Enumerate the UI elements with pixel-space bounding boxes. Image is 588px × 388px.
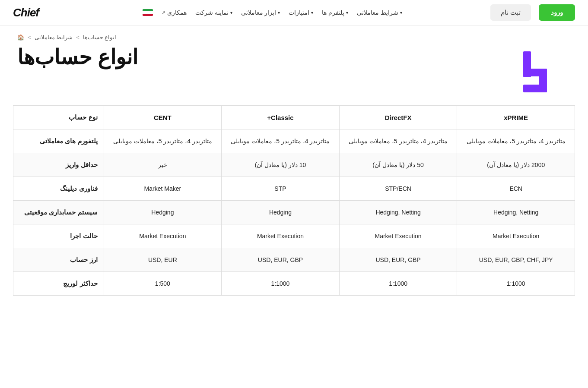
- table-row: Market ExecutionMarket ExecutionMarket E…: [13, 224, 575, 248]
- col-header-classicplus: Classic+: [222, 106, 340, 129]
- table-row: 2000 دلار (یا معادل آن)50 دلار (یا معادل…: [13, 153, 575, 177]
- cell-cent-4: Market Execution: [104, 224, 222, 248]
- page-title: انواع حساب‌ها: [17, 45, 138, 69]
- cell-label-2: فناوری دیلینگ: [13, 177, 104, 201]
- header-buttons: ورود ثبت نام: [490, 4, 575, 21]
- cell-cent-2: Market Maker: [104, 177, 222, 201]
- nav-platforms[interactable]: ▾ پلتفرم ها: [322, 9, 348, 16]
- cell-directfx-3: Hedging, Netting: [339, 201, 457, 224]
- breadcrumb-current: انواع حساب‌ها: [83, 34, 117, 41]
- logo-text: Chief: [13, 6, 39, 19]
- logo-icon: x: [39, 5, 54, 20]
- cell-xprime-1: 2000 دلار (یا معادل آن): [457, 153, 575, 177]
- login-button[interactable]: ورود: [539, 4, 575, 21]
- page-title-section: انواع حساب‌ها: [17, 45, 138, 69]
- cell-directfx-6: 1:1000: [339, 272, 457, 296]
- arrow-icon: ↗: [162, 10, 165, 16]
- svg-rect-4: [523, 85, 547, 92]
- table-row: ECNSTP/ECNSTPMarket Makerفناوری دیلینگ: [13, 177, 575, 201]
- table-row: USD, EUR, GBP, CHF, JPYUSD, EUR, GBPUSD,…: [13, 248, 575, 272]
- register-button[interactable]: ثبت نام: [490, 4, 531, 21]
- nav-cooperation[interactable]: همکاری ↗: [162, 9, 187, 16]
- brand-logo-svg: [515, 45, 571, 101]
- breadcrumb-link-trading[interactable]: شرایط معاملاتی: [35, 34, 73, 41]
- language-flag-icon[interactable]: [143, 9, 153, 16]
- cell-cent-6: 1:500: [104, 272, 222, 296]
- breadcrumb-home[interactable]: 🏠: [17, 34, 24, 41]
- cell-label-4: حالت اجرا: [13, 224, 104, 248]
- brand-logo-container: [515, 45, 571, 101]
- col-header-xprime: xPRIME: [457, 106, 575, 129]
- cell-classicplus-3: Hedging: [222, 201, 340, 224]
- site-logo: x Chief: [13, 5, 54, 20]
- cell-directfx-0: متاتریدر 4، متاتریدر 5، معاملات موبایلی: [339, 129, 457, 153]
- cell-cent-3: Hedging: [104, 201, 222, 224]
- nav-tools[interactable]: ▾ ابزار معاملاتی: [241, 9, 280, 16]
- chevron-down-icon: ▾: [346, 10, 348, 15]
- cell-classicplus-1: 10 دلار (یا معادل آن): [222, 153, 340, 177]
- cell-cent-1: خیر: [104, 153, 222, 177]
- table-row: متاتریدر 4، متاتریدر 5، معاملات موبایلیم…: [13, 129, 575, 153]
- cell-xprime-4: Market Execution: [457, 224, 575, 248]
- cell-label-3: سیستم حسابداری موقعیتی: [13, 201, 104, 224]
- breadcrumb-divider2: >: [76, 34, 79, 41]
- breadcrumb-divider1: >: [28, 34, 31, 41]
- cell-label-5: ارز حساب: [13, 248, 104, 272]
- cell-label-0: پلتفورم های معاملاتی: [13, 129, 104, 153]
- cell-classicplus-5: USD, EUR, GBP: [222, 248, 340, 272]
- cell-directfx-5: USD, EUR, GBP: [339, 248, 457, 272]
- cell-directfx-1: 50 دلار (یا معادل آن): [339, 153, 457, 177]
- main-nav: ▾ شرایط معاملاتی ▾ پلتفرم ها ▾ امتیازات …: [143, 9, 403, 16]
- col-header-cent: CENT: [104, 106, 222, 129]
- cell-cent-5: USD, EUR: [104, 248, 222, 272]
- svg-text:x: x: [39, 5, 40, 19]
- cell-cent-0: متاتریدر 4، متاتریدر 5، معاملات موبایلی: [104, 129, 222, 153]
- cell-directfx-2: STP/ECN: [339, 177, 457, 201]
- cell-classicplus-6: 1:1000: [222, 272, 340, 296]
- cell-label-6: حداکثر لوریج: [13, 272, 104, 296]
- nav-advantages[interactable]: ▾ امتیازات: [289, 9, 313, 16]
- col-header-account-type: نوع حساب: [13, 106, 104, 129]
- col-header-directfx: DirectFX: [339, 106, 457, 129]
- accounts-table-section: xPRIME DirectFX Classic+ CENT نوع حساب م…: [0, 105, 588, 313]
- breadcrumb: انواع حساب‌ها > شرایط معاملاتی > 🏠: [0, 25, 588, 45]
- nav-representative[interactable]: ▾ نماینه شرکت: [195, 9, 232, 16]
- chevron-down-icon: ▾: [311, 10, 313, 15]
- cell-classicplus-4: Market Execution: [222, 224, 340, 248]
- table-header-row: xPRIME DirectFX Classic+ CENT نوع حساب: [13, 106, 575, 129]
- cell-xprime-5: USD, EUR, GBP, CHF, JPY: [457, 248, 575, 272]
- cell-classicplus-0: متاتریدر 4، متاتریدر 5، معاملات موبایلی: [222, 129, 340, 153]
- cell-xprime-2: ECN: [457, 177, 575, 201]
- accounts-table: xPRIME DirectFX Classic+ CENT نوع حساب م…: [13, 105, 575, 296]
- nav-trading-conditions[interactable]: ▾ شرایط معاملاتی: [357, 9, 402, 16]
- cell-xprime-6: 1:1000: [457, 272, 575, 296]
- cell-xprime-3: Hedging, Netting: [457, 201, 575, 224]
- chevron-down-icon: ▾: [230, 10, 232, 15]
- cell-classicplus-2: STP: [222, 177, 340, 201]
- cell-directfx-4: Market Execution: [339, 224, 457, 248]
- cell-xprime-0: متاتریدر 4، متاتریدر 5، معاملات موبایلی: [457, 129, 575, 153]
- header: ورود ثبت نام ▾ شرایط معاملاتی ▾ پلتفرم ه…: [0, 0, 588, 25]
- cell-label-1: حداقل واریز: [13, 153, 104, 177]
- table-row: Hedging, NettingHedging, NettingHedgingH…: [13, 201, 575, 224]
- table-row: 1:10001:10001:10001:500حداکثر لوریج: [13, 272, 575, 296]
- chevron-down-icon: ▾: [278, 10, 280, 15]
- chevron-down-icon: ▾: [400, 10, 402, 15]
